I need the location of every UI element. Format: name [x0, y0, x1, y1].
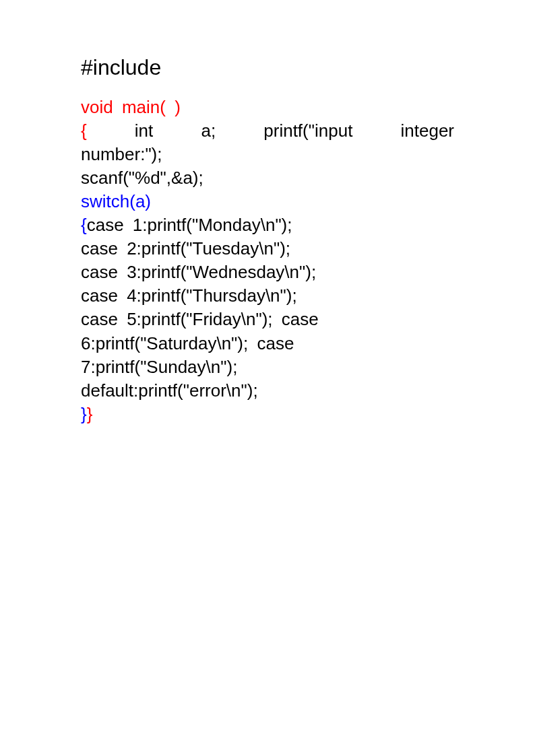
code-line: default:printf("error\n");	[81, 379, 454, 403]
code-line: { int a; printf("input integer	[81, 119, 454, 143]
include-heading: #include	[81, 54, 454, 82]
document-page: #include void main( ) { int a; printf("i…	[0, 0, 535, 426]
code-line: {case 1:printf("Monday\n");	[81, 213, 454, 237]
code-line: switch(a)	[81, 190, 454, 213]
main-close-brace: }	[87, 404, 93, 424]
code-line: case 5:printf("Friday\n"); case	[81, 308, 454, 331]
code-line: 6:printf("Saturday\n"); case	[81, 332, 454, 355]
case1-text: case 1:printf("Monday\n");	[87, 215, 292, 235]
code-line: 7:printf("Sunday\n");	[81, 355, 454, 379]
code-line: number:");	[81, 143, 454, 166]
parens-text: ( )	[160, 97, 181, 117]
code-line: scanf("%d",&a);	[81, 166, 454, 190]
switch-text: switch(a)	[81, 191, 151, 211]
switch-open-brace: {	[81, 215, 87, 235]
void-main-text: void main	[81, 97, 160, 117]
switch-close-brace: }	[81, 404, 87, 424]
code-line: case 3:printf("Wednesday\n");	[81, 261, 454, 284]
open-brace: {	[81, 121, 87, 141]
code-line: void main( )	[81, 96, 454, 119]
code-line: }}	[81, 403, 454, 426]
code-line: case 2:printf("Tuesday\n");	[81, 237, 454, 261]
code-line: case 4:printf("Thursday\n");	[81, 284, 454, 308]
code-block: void main( ) { int a; printf("input inte…	[81, 96, 454, 426]
decl-printf-text: int a; printf("input integer	[87, 121, 454, 141]
